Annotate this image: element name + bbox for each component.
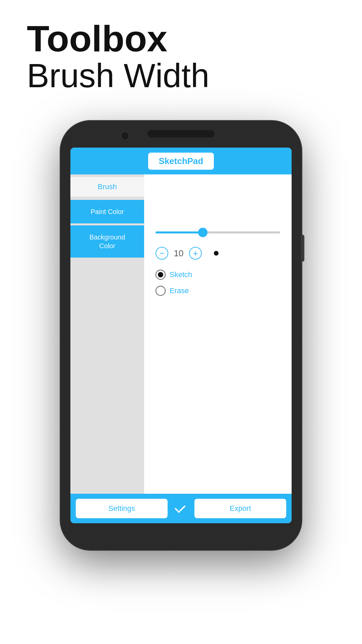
app-bar: SketchPad bbox=[70, 148, 292, 174]
erase-radio-outer bbox=[156, 286, 166, 296]
erase-radio[interactable]: Erase bbox=[156, 286, 280, 296]
settings-button[interactable]: Settings bbox=[76, 499, 168, 518]
decrement-button[interactable]: − bbox=[156, 247, 168, 260]
sidebar: Brush Paint Color BackgroundColor bbox=[70, 174, 144, 494]
phone-frame: SketchPad Brush Paint Color BackgroundCo… bbox=[60, 121, 302, 550]
bottom-bar: Settings Export bbox=[70, 494, 292, 523]
sketch-radio-outer bbox=[156, 270, 166, 280]
app-content: Brush Paint Color BackgroundColor − 10 bbox=[70, 174, 292, 494]
phone-side-button bbox=[301, 235, 304, 262]
chevron-down-icon bbox=[175, 502, 186, 513]
sketch-radio-inner bbox=[158, 272, 163, 277]
phone-camera bbox=[121, 131, 129, 140]
value-controls: − 10 + bbox=[152, 247, 284, 260]
phone-top-bar bbox=[147, 130, 215, 138]
slider-area[interactable] bbox=[152, 231, 284, 244]
phone-wrapper: SketchPad Brush Paint Color BackgroundCo… bbox=[60, 121, 302, 550]
erase-label: Erase bbox=[170, 286, 189, 295]
slider-thumb[interactable] bbox=[198, 228, 207, 237]
background-color-button[interactable]: BackgroundColor bbox=[70, 225, 144, 258]
export-button[interactable]: Export bbox=[194, 499, 286, 518]
chevron-button[interactable] bbox=[172, 499, 190, 518]
increment-button[interactable]: + bbox=[189, 247, 202, 260]
slider-fill bbox=[156, 231, 203, 233]
title-main: Toolbox bbox=[27, 20, 362, 57]
sketch-radio[interactable]: Sketch bbox=[156, 270, 280, 280]
sidebar-brush-label: Brush bbox=[70, 177, 144, 197]
phone-screen: SketchPad Brush Paint Color BackgroundCo… bbox=[70, 148, 292, 523]
brush-width-value: 10 bbox=[174, 248, 184, 259]
page-header: Toolbox Brush Width bbox=[0, 0, 362, 107]
slider-track[interactable] bbox=[156, 231, 280, 233]
radio-group: Sketch Erase bbox=[152, 270, 284, 296]
brush-preview bbox=[214, 251, 219, 256]
title-sub: Brush Width bbox=[27, 57, 362, 94]
right-panel: − 10 + Sketch bbox=[144, 174, 292, 494]
sketch-label: Sketch bbox=[170, 270, 192, 279]
paint-color-button[interactable]: Paint Color bbox=[70, 200, 144, 223]
app-title: SketchPad bbox=[148, 153, 214, 170]
